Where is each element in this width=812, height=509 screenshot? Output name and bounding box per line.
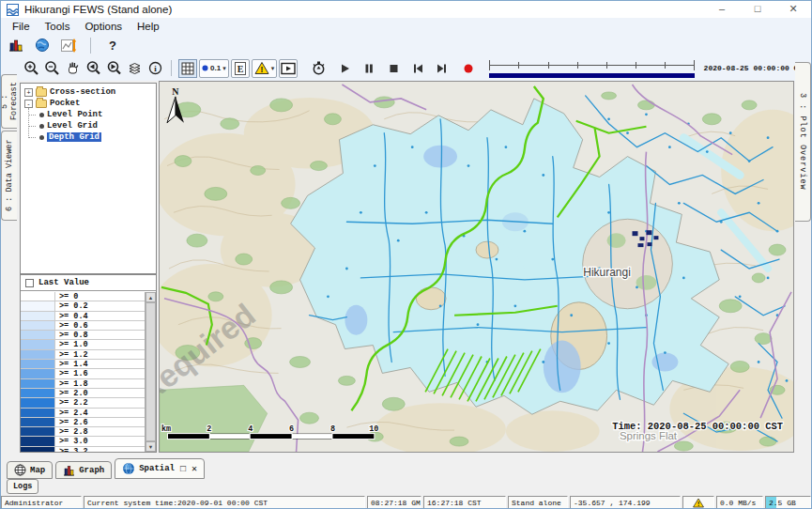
movie-export-button[interactable]: [279, 59, 298, 78]
scroll-up-icon[interactable]: ▲: [146, 292, 156, 302]
tab-spatial[interactable]: Spatial □ ✕: [115, 458, 205, 479]
legend-row[interactable]: >= 1.2: [21, 350, 145, 360]
zoom-next-icon[interactable]: [104, 59, 123, 78]
close-button[interactable]: ✕: [775, 1, 811, 18]
legend-row[interactable]: >= 0.6: [21, 321, 145, 331]
chart-export-icon[interactable]: [59, 36, 78, 54]
expand-icon[interactable]: +: [24, 88, 33, 97]
tab-spatial-label: Spatial: [139, 464, 175, 473]
legend-label: >= 2.6: [55, 418, 88, 426]
last-value-checkbox[interactable]: [25, 279, 34, 287]
legend-row[interactable]: >= 1.4: [21, 360, 145, 369]
main-toolbar: ?: [1, 35, 811, 55]
menu-item-help[interactable]: Help: [130, 19, 167, 35]
warning-dropdown[interactable]: ! ▾: [252, 59, 278, 78]
pause-button[interactable]: [360, 59, 378, 78]
legend-label: >= 0.2: [55, 301, 88, 310]
tree-item[interactable]: Level Grid: [21, 120, 156, 131]
legend-row[interactable]: >= 0.8: [21, 331, 145, 340]
grid-display-button[interactable]: [178, 59, 197, 78]
svg-text:i: i: [154, 64, 157, 73]
zoom-previous-icon[interactable]: [84, 59, 102, 78]
globe-icon[interactable]: [33, 36, 52, 54]
legend-label: >= 2.0: [55, 389, 88, 397]
legend-rows: >= 0>= 0.2>= 0.4>= 0.6>= 0.8>= 1.0>= 1.2…: [21, 292, 145, 452]
tab-data-viewer[interactable]: 6 : Data Viewer: [1, 131, 17, 221]
legend-row[interactable]: >= 0: [21, 292, 145, 301]
collapse-icon[interactable]: -: [24, 100, 33, 108]
record-button[interactable]: [459, 59, 478, 78]
status-warning-cell[interactable]: !: [682, 496, 714, 509]
play-button[interactable]: [335, 59, 354, 78]
tree-item[interactable]: +Cross-section: [21, 86, 156, 98]
tree-item[interactable]: -Pocket: [21, 98, 156, 109]
zoom-out-icon[interactable]: [42, 59, 61, 78]
scroll-thumb[interactable]: [146, 302, 156, 441]
tab-restore-icon[interactable]: □: [180, 464, 186, 474]
maximize-button[interactable]: □: [740, 1, 775, 18]
map-view[interactable]: API Key Required API: [159, 81, 794, 453]
legend-row[interactable]: >= 2.0: [21, 389, 145, 398]
menu-item-options[interactable]: Options: [77, 19, 130, 35]
database-icon[interactable]: [7, 36, 25, 54]
layer-tree-panel: +Cross-section-PocketLevel PointLevel Gr…: [20, 83, 157, 274]
node-bullet-icon: [39, 113, 44, 117]
status-gmt-time: 08:27:18 GMT: [367, 496, 421, 509]
app-logo-icon: [7, 4, 19, 16]
legend-row[interactable]: >= 0.2: [21, 301, 145, 311]
menu-item-file[interactable]: File: [5, 19, 38, 35]
layers-icon[interactable]: [125, 59, 144, 78]
wireframe-globe-icon: [14, 464, 26, 476]
legend-label: >= 3.0: [55, 437, 88, 445]
legend-swatch: [21, 331, 55, 339]
minimize-button[interactable]: –: [704, 1, 740, 18]
tree-item[interactable]: Depth Grid: [21, 131, 156, 143]
status-system-time: Current system time:2020-09-01 00:00 CST: [84, 496, 365, 509]
tab-plot-overview[interactable]: 3 : Plot Overview: [795, 62, 811, 222]
legend-row[interactable]: >= 2.2: [21, 398, 145, 408]
legend-label: >= 2.4: [55, 409, 88, 417]
legend-row[interactable]: >= 3.0: [21, 437, 145, 446]
tab-graph[interactable]: Graph: [55, 461, 112, 479]
bar-chart-icon: [63, 464, 75, 476]
zoom-in-icon[interactable]: [22, 59, 40, 78]
tree-item-label: Level Grid: [47, 121, 98, 131]
folder-icon: [36, 100, 47, 108]
info-icon[interactable]: i: [146, 59, 164, 78]
svg-text:2: 2: [207, 424, 211, 434]
svg-text:E: E: [237, 63, 243, 73]
legend-label: >= 1.4: [55, 360, 88, 368]
legend-row[interactable]: >= 1.6: [21, 369, 145, 378]
tab-forecast[interactable]: 5 : Forecast: [1, 74, 17, 129]
legend-swatch: [21, 447, 55, 452]
svg-text:8: 8: [330, 424, 335, 434]
scroll-down-icon[interactable]: ▼: [146, 441, 156, 452]
skip-to-start-button[interactable]: [408, 59, 427, 78]
legend-row[interactable]: >= 2.6: [21, 418, 145, 427]
legend-scrollbar[interactable]: ▲ ▼: [145, 292, 156, 452]
legend-label: >= 1.6: [55, 369, 88, 378]
pan-hand-icon[interactable]: [63, 59, 82, 78]
menu-item-tools[interactable]: Tools: [38, 19, 78, 35]
tab-map[interactable]: Map: [7, 461, 53, 479]
last-value-label: Last Value: [38, 278, 89, 287]
threshold-dropdown[interactable]: 0.1 ▾: [199, 59, 229, 78]
legend-row[interactable]: >= 2.4: [21, 409, 145, 418]
timeline-slider[interactable]: [489, 57, 694, 80]
help-icon[interactable]: ?: [103, 36, 122, 54]
stop-button[interactable]: [384, 59, 403, 78]
legend-row[interactable]: >= 1.0: [21, 340, 145, 349]
logs-button[interactable]: Logs: [7, 479, 38, 494]
tab-close-icon[interactable]: ✕: [192, 463, 197, 474]
skip-to-end-button[interactable]: [433, 59, 452, 78]
legend-row[interactable]: >= 0.4: [21, 312, 145, 321]
animation-loop-icon[interactable]: [309, 59, 328, 78]
node-bullet-icon: [39, 124, 44, 129]
legend-row[interactable]: >= 3.2: [21, 447, 145, 452]
status-memory: 2.5 GB: [765, 496, 811, 509]
tree-item[interactable]: Level Point: [21, 109, 156, 120]
legend-row[interactable]: >= 2.8: [21, 427, 145, 437]
tree-item-label: Level Point: [47, 110, 102, 119]
legend-toggle-button[interactable]: E: [231, 59, 250, 78]
legend-row[interactable]: >= 1.8: [21, 379, 145, 389]
